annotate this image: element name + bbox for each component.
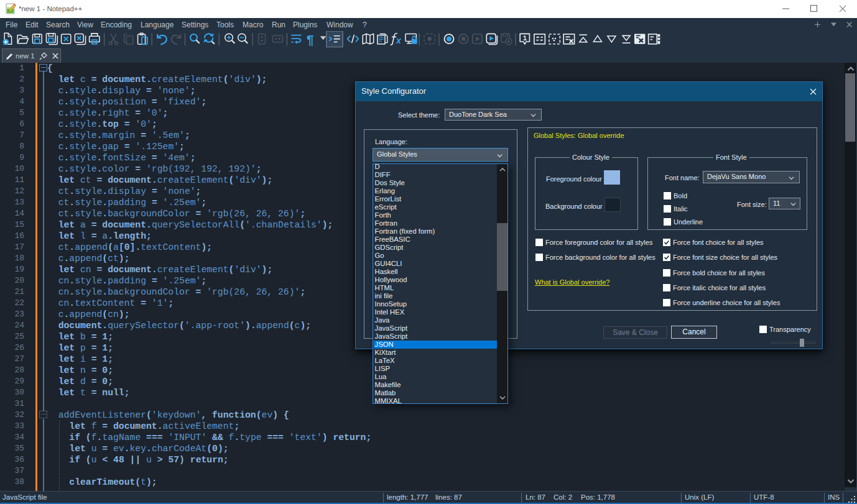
svg-text:x: x	[396, 35, 402, 45]
svg-text:¶: ¶	[307, 32, 314, 47]
